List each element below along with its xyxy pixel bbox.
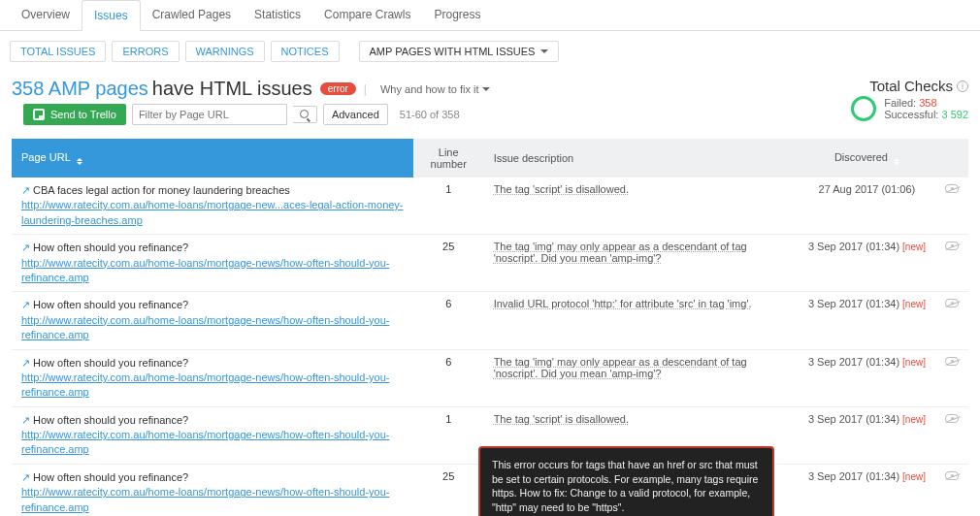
issue-tooltip: This error occurs for tags that have an … — [478, 446, 774, 516]
col-line-number[interactable]: Line number — [413, 139, 484, 177]
why-how-to-fix-link[interactable]: Why and how to fix it — [380, 83, 491, 95]
page-url-link[interactable]: http://www.ratecity.com.au/home-loans/mo… — [21, 371, 404, 401]
trello-icon — [33, 109, 45, 120]
page-title: How often should you refinance? — [33, 299, 188, 310]
issue-description[interactable]: The tag 'img' may only appear as a desce… — [494, 241, 747, 264]
total-checks-panel: Total Checksi Failed: 358 Successful: 3 … — [851, 78, 968, 121]
external-link-icon[interactable]: ↗ — [21, 184, 30, 196]
search-button[interactable] — [293, 106, 317, 123]
discovered-date: 3 Sep 2017 (01:34)[new] — [799, 235, 935, 292]
external-link-icon[interactable]: ↗ — [21, 357, 30, 369]
issue-title-rest: have HTML issues — [152, 78, 312, 100]
checks-ring-icon — [851, 96, 876, 121]
tab-crawled-pages[interactable]: Crawled Pages — [141, 0, 243, 30]
hide-icon[interactable] — [945, 242, 959, 250]
table-row[interactable]: ↗How often should you refinance?http://w… — [12, 235, 968, 292]
tab-compare-crawls[interactable]: Compare Crawls — [312, 0, 422, 30]
page-url-link[interactable]: http://www.ratecity.com.au/home-loans/mo… — [21, 428, 404, 458]
external-link-icon[interactable]: ↗ — [21, 471, 30, 483]
issue-description[interactable]: The tag 'img' may only appear as a desce… — [494, 356, 747, 379]
line-number: 25 — [413, 464, 484, 516]
new-badge: [new] — [902, 414, 926, 425]
new-badge: [new] — [902, 357, 926, 368]
discovered-date: 3 Sep 2017 (01:34)[new] — [799, 349, 935, 406]
line-number: 1 — [413, 177, 484, 235]
discovered-date: 3 Sep 2017 (01:34)[new] — [799, 292, 935, 349]
discovered-date: 27 Aug 2017 (01:06) — [799, 177, 935, 235]
col-discovered[interactable]: Discovered — [799, 139, 935, 177]
page-title: How often should you refinance? — [33, 471, 188, 483]
new-badge: [new] — [902, 471, 926, 482]
page-url-link[interactable]: http://www.ratecity.com.au/home-loans/mo… — [21, 198, 404, 228]
col-page-url[interactable]: Page URL — [12, 139, 413, 177]
issue-description[interactable]: The tag 'script' is disallowed. — [494, 183, 629, 195]
error-badge: error — [320, 82, 356, 95]
external-link-icon[interactable]: ↗ — [21, 242, 30, 253]
tab-progress[interactable]: Progress — [422, 0, 492, 30]
hide-icon[interactable] — [945, 471, 959, 480]
page-title: CBA faces legal action for money launder… — [33, 184, 290, 196]
issue-count-title: 358 AMP pages — [12, 78, 148, 100]
filter-errors[interactable]: ERRORS — [112, 41, 179, 62]
table-row[interactable]: ↗How often should you refinance?http://w… — [12, 292, 968, 349]
advanced-filter-button[interactable]: Advanced — [323, 104, 388, 125]
filter-warnings[interactable]: WARNINGS — [185, 41, 265, 62]
hide-icon[interactable] — [945, 357, 959, 366]
line-number: 6 — [413, 349, 484, 406]
issue-type-dropdown[interactable]: AMP PAGES WITH HTML ISSUES — [359, 41, 560, 62]
tab-issues[interactable]: Issues — [82, 0, 141, 31]
tab-statistics[interactable]: Statistics — [243, 0, 312, 30]
page-url-link[interactable]: http://www.ratecity.com.au/home-loans/mo… — [21, 485, 404, 515]
hide-icon[interactable] — [945, 414, 959, 423]
filter-notices[interactable]: NOTICES — [271, 41, 340, 62]
filter-total-issues[interactable]: TOTAL ISSUES — [10, 41, 106, 62]
page-url-link[interactable]: http://www.ratecity.com.au/home-loans/mo… — [21, 313, 404, 343]
main-tabs: OverviewIssuesCrawled PagesStatisticsCom… — [0, 0, 980, 31]
page-title: How often should you refinance? — [33, 414, 188, 426]
tab-overview[interactable]: Overview — [10, 0, 82, 30]
new-badge: [new] — [902, 242, 926, 252]
external-link-icon[interactable]: ↗ — [21, 299, 30, 310]
discovered-date: 3 Sep 2017 (01:34)[new] — [799, 464, 935, 516]
page-title: How often should you refinance? — [33, 242, 188, 253]
line-number: 6 — [413, 292, 484, 349]
table-row[interactable]: ↗CBA faces legal action for money launde… — [12, 177, 968, 235]
info-icon[interactable]: i — [957, 81, 968, 92]
results-range: 51-60 of 358 — [400, 109, 460, 120]
discovered-date: 3 Sep 2017 (01:34)[new] — [799, 406, 935, 464]
search-icon — [300, 110, 310, 119]
issue-description[interactable]: Invalid URL protocol 'http:' for attribu… — [494, 298, 752, 309]
external-link-icon[interactable]: ↗ — [21, 414, 30, 426]
new-badge: [new] — [902, 299, 926, 309]
table-row[interactable]: ↗How often should you refinance?http://w… — [12, 349, 968, 406]
issue-filter-toolbar: TOTAL ISSUESERRORSWARNINGSNOTICESAMP PAG… — [0, 31, 980, 72]
col-issue-description[interactable]: Issue description — [484, 139, 799, 177]
issue-description[interactable]: The tag 'script' is disallowed. — [494, 413, 629, 425]
filter-page-url-input[interactable] — [132, 104, 287, 125]
hide-icon[interactable] — [945, 184, 959, 193]
page-title: How often should you refinance? — [33, 357, 188, 369]
page-url-link[interactable]: http://www.ratecity.com.au/home-loans/mo… — [21, 256, 404, 286]
line-number: 25 — [413, 235, 484, 292]
caret-down-icon — [540, 49, 548, 53]
send-to-trello-button[interactable]: Send to Trello — [23, 104, 126, 125]
hide-icon[interactable] — [945, 299, 959, 307]
line-number: 1 — [413, 406, 484, 464]
